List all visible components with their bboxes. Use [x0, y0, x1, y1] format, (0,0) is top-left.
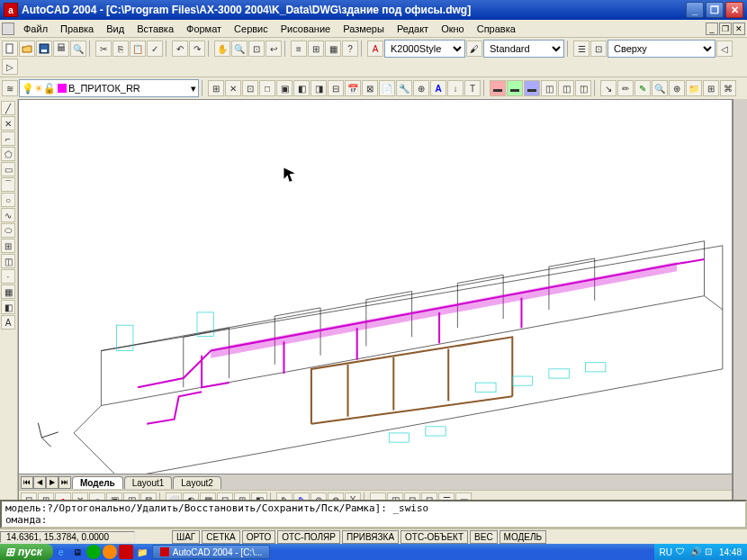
new-button[interactable]: [2, 41, 18, 57]
tb-c4[interactable]: 🔍: [652, 80, 668, 96]
design-center-button[interactable]: ⊞: [308, 41, 324, 57]
help-button[interactable]: ?: [342, 41, 358, 57]
command-window[interactable]: модель:?/Ортогонально/Удалить/Восстанови…: [0, 500, 747, 528]
print-preview-button[interactable]: 🔍: [70, 41, 86, 57]
hatch-tool[interactable]: ▦: [1, 285, 15, 299]
tray-icon-1[interactable]: 🛡: [676, 546, 687, 557]
xline-tool[interactable]: ✕: [1, 116, 15, 131]
open-button[interactable]: [19, 41, 35, 57]
tb-a1[interactable]: ⊞: [208, 80, 224, 96]
status-polar[interactable]: ОТС-ПОЛЯР: [277, 530, 340, 544]
status-model[interactable]: МОДЕЛЬ: [500, 530, 546, 544]
rectangle-tool[interactable]: ▭: [1, 162, 15, 176]
arc-tool[interactable]: ⌒: [1, 177, 15, 192]
tab-layout2[interactable]: Layout2: [173, 476, 221, 489]
point-tool[interactable]: ·: [1, 269, 15, 284]
status-ortho[interactable]: ОРТО: [242, 530, 275, 544]
tb-c8[interactable]: ⌘: [720, 80, 736, 96]
insert-block-tool[interactable]: ⊞: [1, 239, 15, 253]
tab-prev[interactable]: ◀: [33, 476, 46, 489]
start-button[interactable]: ⊞ пуск: [0, 544, 53, 560]
ql-2[interactable]: [103, 545, 117, 559]
tb-a10[interactable]: ⊠: [362, 80, 378, 96]
lang-indicator[interactable]: RU: [660, 547, 672, 557]
menu-file[interactable]: Файл: [18, 22, 53, 36]
menu-dimension[interactable]: Размеры: [338, 22, 390, 36]
view-next-button[interactable]: ▷: [2, 59, 18, 75]
tb-a15[interactable]: ↓: [447, 80, 464, 96]
menu-view[interactable]: Вид: [101, 22, 130, 36]
properties-button[interactable]: ≡: [291, 41, 307, 57]
menu-draw[interactable]: Рисование: [275, 22, 336, 36]
close-button[interactable]: ✕: [725, 2, 743, 18]
tb-c1[interactable]: ↘: [600, 80, 616, 96]
tray-icon-3[interactable]: ⊡: [705, 546, 716, 557]
zoom-previous-button[interactable]: ↩: [266, 41, 282, 57]
tb-a8[interactable]: ⊟: [328, 80, 344, 96]
tb-a13[interactable]: ⊕: [413, 80, 429, 96]
tab-layout1[interactable]: Layout1: [124, 476, 173, 489]
print-button[interactable]: [53, 41, 69, 57]
region-tool[interactable]: ◧: [1, 300, 15, 314]
status-osnap[interactable]: ПРИВЯЗКА: [342, 530, 399, 544]
copy-button[interactable]: ⎘: [112, 41, 129, 57]
tb-b6[interactable]: ◫: [575, 80, 591, 96]
tb-a12[interactable]: 🔧: [396, 80, 412, 96]
make-block-tool[interactable]: ◫: [1, 254, 15, 268]
view-restore-button[interactable]: ⊡: [590, 41, 607, 57]
tb-a9[interactable]: 📅: [345, 80, 361, 96]
tray-icon-2[interactable]: 🔊: [690, 546, 701, 557]
view-prev-button[interactable]: ◁: [716, 41, 733, 57]
tb-a11[interactable]: 📄: [379, 80, 395, 96]
tb-b2[interactable]: ▬: [507, 80, 523, 96]
view-list-button[interactable]: ☰: [573, 41, 590, 57]
doc-minimize[interactable]: _: [706, 23, 718, 35]
tb-a6[interactable]: ◧: [293, 80, 310, 96]
tab-next[interactable]: ▶: [46, 476, 58, 489]
status-snap[interactable]: ШАГ: [172, 530, 200, 544]
ql-4[interactable]: 📁: [135, 545, 149, 559]
tb-a16[interactable]: T: [464, 80, 481, 96]
redo-button[interactable]: ↷: [189, 41, 205, 57]
menu-help[interactable]: Справка: [472, 22, 521, 36]
tb-a4[interactable]: □: [259, 80, 275, 96]
drawing-canvas[interactable]: [19, 100, 732, 474]
ql-3[interactable]: [119, 545, 133, 559]
paste-button[interactable]: 📋: [130, 41, 146, 57]
minimize-button[interactable]: _: [686, 2, 704, 18]
ql-1[interactable]: [86, 545, 101, 559]
pan-button[interactable]: ✋: [214, 41, 230, 57]
circle-tool[interactable]: ○: [1, 193, 15, 207]
tab-first[interactable]: ⏮: [21, 476, 33, 489]
tab-last[interactable]: ⏭: [58, 476, 71, 489]
view-select[interactable]: Сверху: [608, 40, 716, 58]
text-style-select[interactable]: K2000Style: [384, 40, 465, 58]
tb-a3[interactable]: ⊡: [242, 80, 258, 96]
layer-select[interactable]: 💡 ☀ 🔓 В_ПРИТОК_RR ▾: [19, 79, 199, 97]
tb-b3[interactable]: ▬: [524, 80, 540, 96]
spline-tool[interactable]: ∿: [1, 208, 15, 222]
maximize-button[interactable]: ❐: [706, 2, 724, 18]
zoom-realtime-button[interactable]: 🔍: [231, 41, 248, 57]
text-tool[interactable]: A: [1, 315, 15, 330]
tool-palettes-button[interactable]: ▦: [325, 41, 341, 57]
menu-tools[interactable]: Сервис: [229, 22, 274, 36]
menu-modify[interactable]: Редакт: [392, 22, 434, 36]
tb-c5[interactable]: ⊕: [669, 80, 685, 96]
line-tool[interactable]: ╱: [1, 101, 15, 115]
menu-edit[interactable]: Правка: [55, 22, 99, 36]
menu-insert[interactable]: Вставка: [131, 22, 179, 36]
undo-button[interactable]: ↶: [172, 41, 188, 57]
polyline-tool[interactable]: ⌐: [1, 131, 15, 146]
doc-maximize[interactable]: ❐: [719, 23, 732, 35]
taskbar-autocad[interactable]: AutoCAD 2004 - [C:\...: [152, 545, 271, 559]
zoom-window-button[interactable]: ⊡: [248, 41, 265, 57]
doc-close[interactable]: ✕: [733, 23, 745, 35]
tb-c3[interactable]: ✎: [634, 80, 651, 96]
ellipse-tool[interactable]: ⬭: [1, 223, 15, 238]
tb-c6[interactable]: 📁: [686, 80, 702, 96]
tb-c2[interactable]: ✏: [617, 80, 634, 96]
menu-format[interactable]: Формат: [181, 22, 227, 36]
save-button[interactable]: [36, 41, 52, 57]
status-lwt[interactable]: ВЕС: [470, 530, 498, 544]
